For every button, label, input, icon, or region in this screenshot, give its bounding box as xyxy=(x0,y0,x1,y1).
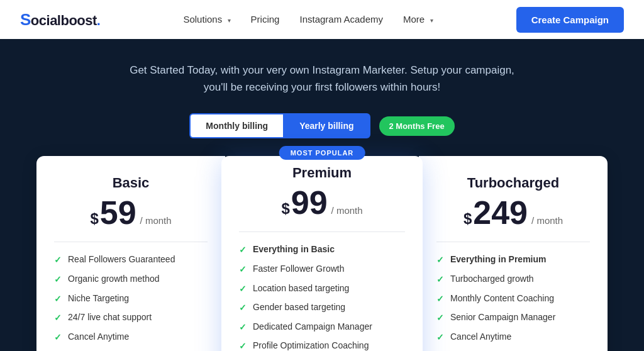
list-item: ✓Cancel Anytime xyxy=(436,331,590,344)
list-item: ✓Real Followers Guaranteed xyxy=(54,254,208,267)
feature-text: Organic growth method xyxy=(68,273,160,286)
list-item: ✓Location based targeting xyxy=(239,282,405,296)
list-item: ✓Cancel Anytime xyxy=(54,331,208,344)
list-item: ✓Faster Follower Growth xyxy=(239,263,405,276)
price-period-basic: / month xyxy=(140,215,172,226)
list-item: ✓Profile Optimization Coaching xyxy=(239,340,405,351)
yearly-billing-button[interactable]: Yearly billing xyxy=(283,113,370,138)
feature-text: Real Followers Guaranteed xyxy=(68,254,175,266)
price-dollar-basic: $ xyxy=(90,210,98,228)
plan-basic-price: $ 59 / month xyxy=(54,196,208,229)
chevron-down-icon: ▾ xyxy=(228,17,231,24)
list-item: ✓Everything in Basic xyxy=(239,243,405,257)
price-amount-basic: 59 xyxy=(100,196,136,229)
price-amount-premium: 99 xyxy=(291,186,328,219)
most-popular-badge: MOST POPULAR xyxy=(279,146,365,160)
check-icon: ✓ xyxy=(239,264,247,276)
check-icon: ✓ xyxy=(436,293,444,306)
nav-item-solutions[interactable]: Solutions ▾ xyxy=(183,14,230,25)
navbar: Socialboost. Solutions ▾ Pricing Instagr… xyxy=(0,0,644,39)
check-icon: ✓ xyxy=(436,274,444,286)
price-period-turbo: / month xyxy=(531,215,563,226)
divider-premium xyxy=(239,231,405,232)
plan-basic-title: Basic xyxy=(54,175,208,191)
monthly-billing-button[interactable]: Monthly billing xyxy=(189,113,283,138)
check-icon: ✓ xyxy=(239,244,247,257)
nav-item-instagram-academy[interactable]: Instagram Academy xyxy=(299,14,383,25)
plan-premium-price: $ 99 / month xyxy=(239,186,405,219)
check-icon: ✓ xyxy=(54,274,62,286)
feature-text: Niche Targeting xyxy=(68,292,129,305)
feature-text: Turbocharged growth xyxy=(450,273,534,286)
check-icon: ✓ xyxy=(239,283,247,296)
price-dollar-turbo: $ xyxy=(464,210,472,228)
nav-item-more[interactable]: More ▾ xyxy=(403,14,433,25)
plan-turbo-price: $ 249 / month xyxy=(436,196,590,229)
nav-item-pricing[interactable]: Pricing xyxy=(251,14,280,25)
plan-premium-title: Premium xyxy=(239,165,405,181)
chevron-down-icon-more: ▾ xyxy=(430,17,433,24)
feature-text: Senior Campaign Manager xyxy=(450,311,555,324)
divider-basic xyxy=(54,242,208,242)
feature-text: Everything in Basic xyxy=(253,243,335,256)
check-icon: ✓ xyxy=(239,321,247,334)
price-amount-turbo: 249 xyxy=(473,196,528,229)
plan-turbo: Turbocharged $ 249 / month ✓Everything i… xyxy=(419,156,608,351)
feature-text: Gender based targeting xyxy=(253,301,345,314)
check-icon: ✓ xyxy=(436,254,444,267)
list-item: ✓Gender based targeting xyxy=(239,301,405,315)
list-item: ✓Senior Campaign Manager xyxy=(436,311,590,325)
billing-toggle: Monthly billing Yearly billing 2 Months … xyxy=(0,113,644,138)
check-icon: ✓ xyxy=(54,254,62,267)
check-icon: ✓ xyxy=(54,332,62,344)
list-item: ✓Turbocharged growth xyxy=(436,273,590,286)
feature-text: Everything in Premium xyxy=(450,254,546,266)
nav-link-solutions[interactable]: Solutions xyxy=(183,14,222,25)
list-item: ✓Organic growth method xyxy=(54,273,208,286)
feature-text: 24/7 live chat support xyxy=(68,311,152,324)
feature-text: Cancel Anytime xyxy=(68,331,129,343)
feature-text: Cancel Anytime xyxy=(450,331,511,343)
check-icon: ✓ xyxy=(54,312,62,325)
check-icon: ✓ xyxy=(54,293,62,306)
check-icon: ✓ xyxy=(239,302,247,315)
check-icon: ✓ xyxy=(436,332,444,344)
plan-turbo-title: Turbocharged xyxy=(436,175,590,191)
pricing-section: Basic $ 59 / month ✓Real Followers Guara… xyxy=(0,156,644,351)
create-campaign-button[interactable]: Create Campaign xyxy=(516,7,624,33)
feature-text: Dedicated Campaign Manager xyxy=(253,321,372,333)
feature-text: Faster Follower Growth xyxy=(253,263,344,276)
list-item: ✓Dedicated Campaign Manager xyxy=(239,321,405,334)
logo: Socialboost. xyxy=(20,10,100,30)
hero-line1: Get Started Today, with your very own In… xyxy=(130,64,514,76)
hero-section: Get Started Today, with your very own In… xyxy=(0,39,644,113)
feature-text: Location based targeting xyxy=(253,282,349,295)
feature-list-basic: ✓Real Followers Guaranteed ✓Organic grow… xyxy=(54,254,208,343)
feature-text: Monthly Content Coaching xyxy=(450,292,554,305)
plan-premium: MOST POPULAR Premium $ 99 / month ✓Every… xyxy=(221,156,423,351)
list-item: ✓24/7 live chat support xyxy=(54,311,208,325)
list-item: ✓Niche Targeting xyxy=(54,292,208,306)
list-item: ✓Everything in Premium xyxy=(436,254,590,267)
hero-text: Get Started Today, with your very own In… xyxy=(127,62,517,96)
nav-links: Solutions ▾ Pricing Instagram Academy Mo… xyxy=(183,14,433,25)
price-dollar-premium: $ xyxy=(281,200,289,218)
check-icon: ✓ xyxy=(436,312,444,325)
feature-list-premium: ✓Everything in Basic ✓Faster Follower Gr… xyxy=(239,243,405,351)
nav-link-pricing[interactable]: Pricing xyxy=(251,14,280,25)
nav-link-instagram-academy[interactable]: Instagram Academy xyxy=(299,14,383,25)
list-item: ✓Monthly Content Coaching xyxy=(436,292,590,306)
price-period-premium: / month xyxy=(331,205,363,216)
check-icon: ✓ xyxy=(239,340,247,351)
hero-line2: you'll be receiving your first followers… xyxy=(204,81,440,93)
divider-turbo xyxy=(436,242,590,242)
free-badge: 2 Months Free xyxy=(379,116,455,136)
feature-text: Profile Optimization Coaching xyxy=(253,340,369,351)
nav-link-more[interactable]: More xyxy=(403,14,425,25)
plan-basic: Basic $ 59 / month ✓Real Followers Guara… xyxy=(36,156,225,351)
feature-list-turbo: ✓Everything in Premium ✓Turbocharged gro… xyxy=(436,254,590,343)
